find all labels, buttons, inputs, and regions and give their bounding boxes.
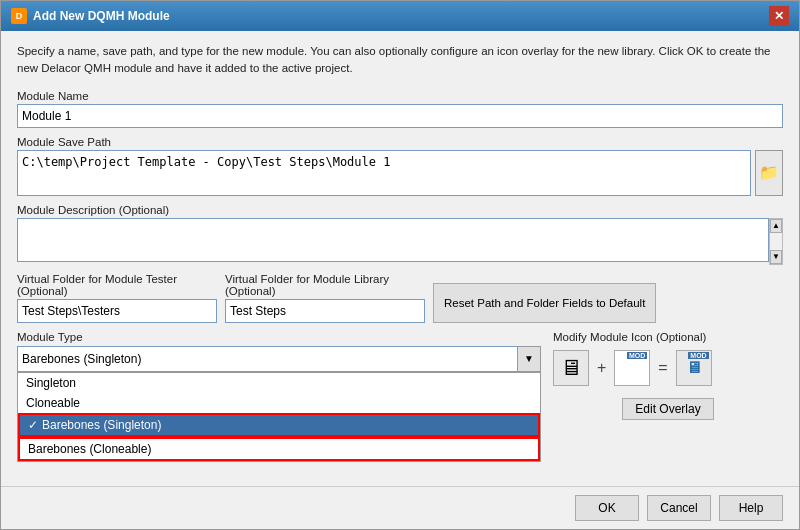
module-save-path-label: Module Save Path: [17, 136, 783, 148]
modify-icon-label: Modify Module Icon (Optional): [553, 331, 783, 343]
cancel-button[interactable]: Cancel: [647, 495, 711, 521]
option-cloneable[interactable]: Cloneable: [18, 393, 540, 413]
option-cloneable-label: Cloneable: [26, 396, 80, 410]
scroll-up-button[interactable]: ▲: [770, 219, 782, 233]
result-icon: 🖥: [686, 359, 702, 377]
module-description-input[interactable]: [17, 218, 769, 262]
edit-overlay-wrapper: Edit Overlay: [553, 392, 783, 420]
edit-overlay-button[interactable]: Edit Overlay: [622, 398, 713, 420]
dialog-icon: D: [11, 8, 27, 24]
reset-btn-wrapper: Reset Path and Folder Fields to Default: [433, 283, 783, 323]
virtual-folder-tester-section: Virtual Folder for Module Tester (Option…: [17, 273, 217, 323]
scroll-down-button[interactable]: ▼: [770, 250, 782, 264]
bottom-row: Module Type Barebones (Singleton) ▼ Sing…: [17, 331, 783, 475]
module-type-label: Module Type: [17, 331, 541, 343]
option-singleton-label: Singleton: [26, 376, 76, 390]
title-bar-left: D Add New DQMH Module: [11, 8, 170, 24]
module-name-section: Module Name: [17, 90, 783, 128]
module-type-select-wrapper: Barebones (Singleton) ▼: [17, 346, 541, 372]
virtual-folder-tester-label: Virtual Folder for Module Tester (Option…: [17, 273, 217, 297]
option-singleton[interactable]: Singleton: [18, 373, 540, 393]
equals-operator: =: [658, 359, 667, 377]
virtual-folder-tester-input[interactable]: [17, 299, 217, 323]
result-icon-box: 🖥 MOD: [676, 350, 712, 386]
base-icon: 🖥: [560, 355, 582, 381]
description-scrollbar: ▲ ▼: [769, 218, 783, 265]
option-barebones-singleton[interactable]: ✓ Barebones (Singleton): [18, 413, 540, 437]
result-mod-label: MOD: [688, 352, 708, 359]
module-name-input[interactable]: [17, 104, 783, 128]
option-barebones-cloneable-label: Barebones (Cloneable): [28, 442, 151, 456]
plus-operator: +: [597, 359, 606, 377]
add-dqmh-dialog: D Add New DQMH Module ✕ Specify a name, …: [0, 0, 800, 530]
browse-folder-button[interactable]: 📁: [755, 150, 783, 196]
ok-button[interactable]: OK: [575, 495, 639, 521]
description-text: Specify a name, save path, and type for …: [17, 43, 783, 78]
dialog-footer: OK Cancel Help: [1, 486, 799, 529]
virtual-folder-library-label: Virtual Folder for Module Library (Optio…: [225, 273, 425, 297]
close-button[interactable]: ✕: [769, 6, 789, 26]
module-type-selected[interactable]: Barebones (Singleton): [17, 346, 541, 372]
module-description-section: Module Description (Optional) ▲ ▼: [17, 204, 783, 265]
module-description-label: Module Description (Optional): [17, 204, 783, 216]
icon-section: Modify Module Icon (Optional) 🖥 + MOD = …: [553, 331, 783, 475]
module-save-path-input[interactable]: [17, 150, 751, 196]
module-name-label: Module Name: [17, 90, 783, 102]
option-barebones-singleton-label: Barebones (Singleton): [42, 418, 161, 432]
virtual-folder-library-input[interactable]: [225, 299, 425, 323]
virtual-folders-row: Virtual Folder for Module Tester (Option…: [17, 273, 783, 323]
folder-icon: 📁: [759, 163, 779, 182]
option-barebones-cloneable[interactable]: Barebones (Cloneable): [18, 437, 540, 461]
icon-compose-row: 🖥 + MOD = 🖥 MOD: [553, 350, 783, 386]
dialog-content: Specify a name, save path, and type for …: [1, 31, 799, 486]
base-icon-box: 🖥: [553, 350, 589, 386]
dialog-title: Add New DQMH Module: [33, 9, 170, 23]
virtual-folder-library-section: Virtual Folder for Module Library (Optio…: [225, 273, 425, 323]
reset-path-button[interactable]: Reset Path and Folder Fields to Default: [433, 283, 656, 323]
path-row: 📁: [17, 150, 783, 196]
module-type-selected-text: Barebones (Singleton): [22, 352, 141, 366]
module-type-section: Module Type Barebones (Singleton) ▼ Sing…: [17, 331, 541, 475]
description-scrollbar-area: ▲ ▼: [17, 218, 783, 265]
checkmark-icon: ✓: [28, 418, 38, 432]
module-type-dropdown: Singleton Cloneable ✓ Barebones (Singlet…: [17, 372, 541, 462]
title-bar: D Add New DQMH Module ✕: [1, 1, 799, 31]
mod-label: MOD: [627, 352, 647, 359]
module-save-path-section: Module Save Path 📁: [17, 136, 783, 196]
overlay-icon-box: MOD: [614, 350, 650, 386]
help-button[interactable]: Help: [719, 495, 783, 521]
